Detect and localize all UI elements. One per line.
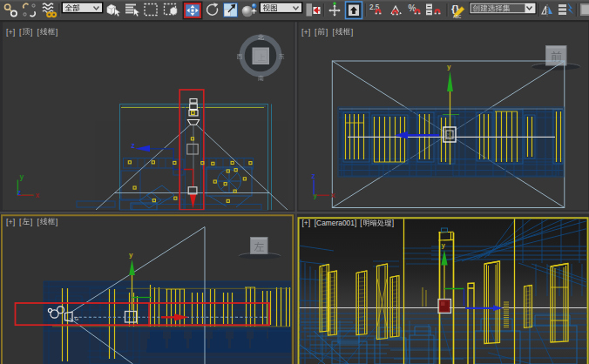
- svg-text:]: ]: [351, 28, 354, 37]
- svg-text:[+]: [+]: [302, 219, 311, 227]
- svg-text:[Camera001]: [Camera001]: [315, 219, 356, 227]
- svg-text:x: x: [36, 191, 40, 199]
- svg-text:z: z: [17, 188, 21, 197]
- svg-text:]: ]: [392, 219, 394, 227]
- svg-text:]: ]: [30, 28, 33, 37]
- svg-text:[+]: [+]: [6, 218, 15, 226]
- svg-text:y: y: [129, 251, 133, 259]
- svg-text:]: ]: [56, 218, 58, 226]
- svg-text:y: y: [442, 241, 446, 249]
- svg-text:[+]: [+]: [301, 28, 310, 37]
- svg-text:ABC: ABC: [453, 15, 462, 19]
- svg-text:y: y: [447, 63, 451, 71]
- svg-text:]: ]: [326, 28, 328, 37]
- svg-text:[+]: [+]: [6, 28, 15, 37]
- svg-text:z: z: [132, 141, 135, 150]
- svg-text:]: ]: [56, 28, 58, 37]
- svg-text:z: z: [312, 172, 315, 180]
- svg-text:x: x: [331, 191, 335, 199]
- svg-text:y: y: [314, 192, 318, 199]
- svg-text:]: ]: [30, 218, 33, 226]
- svg-text:G: G: [75, 316, 79, 321]
- svg-text:y: y: [20, 172, 24, 181]
